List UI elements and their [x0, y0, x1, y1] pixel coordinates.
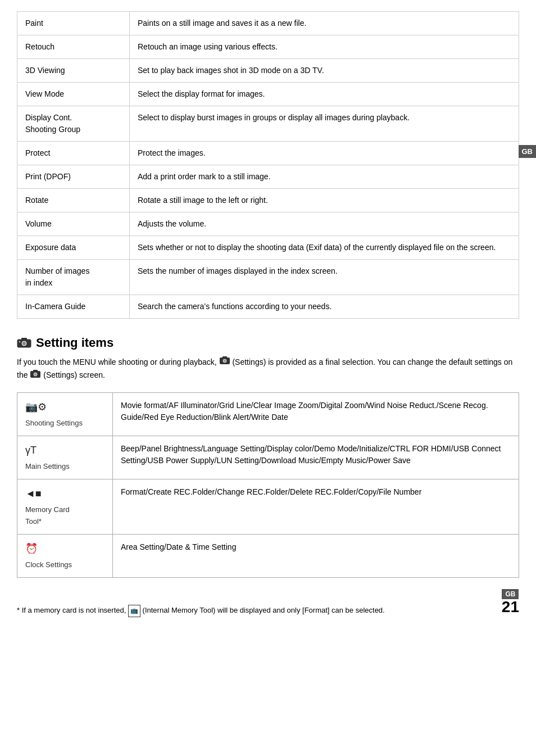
item-icon: 📷⚙ — [25, 400, 105, 415]
item-icon: γT — [25, 443, 105, 458]
definition-cell: Paints on a still image and saves it as … — [130, 12, 519, 35]
top-settings-table: PaintPaints on a still image and saves i… — [17, 11, 519, 319]
table-row: Exposure dataSets whether or not to disp… — [17, 236, 519, 260]
term-cell: Retouch — [17, 35, 130, 59]
definition-cell: Add a print order mark to a still image. — [130, 165, 519, 189]
term-cell: Rotate — [17, 189, 130, 212]
table-row: 3D ViewingSet to play back images shot i… — [17, 59, 519, 83]
table-row: Display Cont. Shooting GroupSelect to di… — [17, 106, 519, 142]
svg-rect-2 — [21, 338, 27, 340]
term-cell: Paint — [17, 12, 130, 35]
footer-note: * If a memory card is not inserted, 📺 (I… — [17, 605, 496, 617]
item-definition-cell: Beep/Panel Brightness/Language Setting/D… — [113, 436, 519, 479]
gb-side-label: GB — [519, 145, 537, 158]
term-cell: Print (DPOF) — [17, 165, 130, 189]
item-label-cell: γTMain Settings — [17, 436, 113, 479]
definition-cell: Search the camera’s functions according … — [130, 295, 519, 319]
table-row: RotateRotate a still image to the left o… — [17, 189, 519, 212]
svg-point-1 — [22, 341, 26, 346]
item-icon: ◄■ — [25, 486, 105, 501]
term-cell: Protect — [17, 142, 130, 165]
item-icon: ⏰ — [25, 541, 105, 556]
settings-icon — [17, 337, 31, 348]
list-item: ◄■Memory Card Tool*Format/Create REC.Fol… — [17, 479, 519, 534]
section-title: Setting items — [36, 336, 113, 350]
term-cell: In-Camera Guide — [17, 295, 130, 319]
definition-cell: Select the display format for images. — [130, 83, 519, 106]
svg-rect-9 — [33, 370, 38, 372]
list-item: γTMain SettingsBeep/Panel Brightness/Lan… — [17, 436, 519, 479]
list-item: 📷⚙Shooting SettingsMovie format/AF Illum… — [17, 392, 519, 436]
table-row: Print (DPOF)Add a print order mark to a … — [17, 165, 519, 189]
item-label: Shooting Settings — [25, 419, 83, 427]
setting-items-table: 📷⚙Shooting SettingsMovie format/AF Illum… — [17, 392, 519, 578]
definition-cell: Rotate a still image to the left or righ… — [130, 189, 519, 212]
table-row: Number of images in indexSets the number… — [17, 260, 519, 295]
page-number: 21 — [502, 599, 519, 615]
table-row: In-Camera GuideSearch the camera’s funct… — [17, 295, 519, 319]
item-definition-cell: Area Setting/Date & Time Setting — [113, 534, 519, 577]
definition-cell: Select to display burst images in groups… — [130, 106, 519, 142]
table-row: ProtectProtect the images. — [17, 142, 519, 165]
item-label-cell: ◄■Memory Card Tool* — [17, 479, 113, 534]
table-row: PaintPaints on a still image and saves i… — [17, 12, 519, 35]
definition-cell: Retouch an image using various effects. — [130, 35, 519, 59]
svg-point-8 — [34, 373, 37, 376]
settings-inline-icon2 — [30, 370, 41, 379]
term-cell: Volume — [17, 212, 130, 236]
term-cell: 3D Viewing — [17, 59, 130, 83]
table-row: View ModeSelect the display format for i… — [17, 83, 519, 106]
definition-cell: Sets whether or not to display the shoot… — [130, 236, 519, 260]
definition-cell: Protect the images. — [130, 142, 519, 165]
term-cell: Number of images in index — [17, 260, 130, 295]
section-intro: If you touch the MENU while shooting or … — [17, 356, 519, 382]
term-cell: Display Cont. Shooting Group — [17, 106, 130, 142]
term-cell: View Mode — [17, 83, 130, 106]
item-label-cell: ⏰Clock Settings — [17, 534, 113, 577]
item-label: Memory Card Tool* — [25, 505, 70, 526]
table-row: VolumeAdjusts the volume. — [17, 212, 519, 236]
footer-gb-block: GB 21 — [502, 589, 519, 617]
item-label: Main Settings — [25, 462, 70, 470]
table-row: RetouchRetouch an image using various ef… — [17, 35, 519, 59]
item-definition-cell: Format/Create REC.Folder/Change REC.Fold… — [113, 479, 519, 534]
footer-area: * If a memory card is not inserted, 📺 (I… — [17, 589, 519, 617]
definition-cell: Sets the number of images displayed in t… — [130, 260, 519, 295]
svg-point-3 — [19, 341, 21, 343]
term-cell: Exposure data — [17, 236, 130, 260]
item-label: Clock Settings — [25, 560, 72, 569]
definition-cell: Set to play back images shot in 3D mode … — [130, 59, 519, 83]
list-item: ⏰Clock SettingsArea Setting/Date & Time … — [17, 534, 519, 577]
item-label-cell: 📷⚙Shooting Settings — [17, 392, 113, 436]
section-heading: Setting items — [17, 336, 519, 350]
definition-cell: Adjusts the volume. — [130, 212, 519, 236]
item-definition-cell: Movie format/AF Illuminator/Grid Line/Cl… — [113, 392, 519, 436]
svg-rect-6 — [222, 356, 227, 358]
svg-point-5 — [223, 359, 226, 363]
settings-inline-icon — [219, 356, 230, 365]
